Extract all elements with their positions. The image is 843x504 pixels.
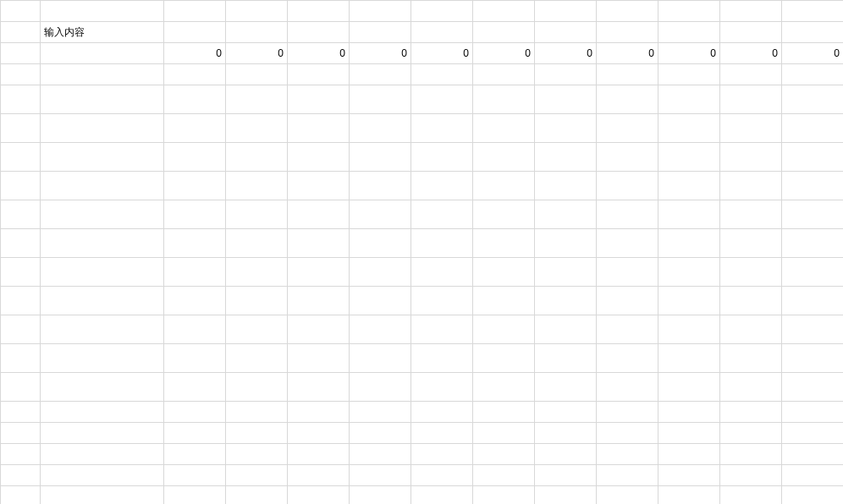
spreadsheet-cell[interactable] (226, 258, 288, 287)
spreadsheet-cell[interactable] (164, 486, 226, 505)
spreadsheet-cell[interactable] (720, 486, 782, 505)
spreadsheet-cell[interactable] (782, 22, 844, 43)
spreadsheet-cell[interactable] (720, 373, 782, 402)
spreadsheet-cell[interactable] (720, 229, 782, 258)
spreadsheet-cell[interactable] (411, 22, 473, 43)
spreadsheet-cell[interactable] (226, 22, 288, 43)
spreadsheet-cell[interactable] (535, 22, 597, 43)
spreadsheet-cell[interactable]: 输入内容 (41, 22, 164, 43)
spreadsheet-cell[interactable] (473, 423, 535, 444)
spreadsheet-cell[interactable] (350, 114, 411, 143)
spreadsheet-cell[interactable] (1, 287, 41, 315)
spreadsheet-cell[interactable] (473, 200, 535, 229)
spreadsheet-cell[interactable] (473, 64, 535, 85)
spreadsheet-cell[interactable] (782, 258, 844, 287)
spreadsheet-cell[interactable] (1, 200, 41, 229)
spreadsheet-cell[interactable] (597, 444, 658, 465)
spreadsheet-cell[interactable] (288, 444, 350, 465)
spreadsheet-cell[interactable] (41, 465, 164, 486)
spreadsheet-cell[interactable] (473, 258, 535, 287)
spreadsheet-cell[interactable] (535, 402, 597, 423)
spreadsheet-cell[interactable] (288, 85, 350, 114)
spreadsheet-cell[interactable] (720, 287, 782, 315)
spreadsheet-cell[interactable]: 0 (226, 43, 288, 64)
spreadsheet-cell[interactable] (720, 200, 782, 229)
spreadsheet-cell[interactable] (350, 200, 411, 229)
spreadsheet-cell[interactable] (782, 444, 844, 465)
spreadsheet-cell[interactable] (597, 200, 658, 229)
spreadsheet-cell[interactable] (597, 64, 658, 85)
spreadsheet-cell[interactable] (411, 444, 473, 465)
spreadsheet-cell[interactable] (473, 373, 535, 402)
spreadsheet-cell[interactable] (658, 423, 720, 444)
spreadsheet-cell[interactable] (658, 229, 720, 258)
spreadsheet-cell[interactable] (658, 200, 720, 229)
spreadsheet-cell[interactable] (782, 64, 844, 85)
spreadsheet-cell[interactable] (288, 423, 350, 444)
spreadsheet-cell[interactable] (41, 172, 164, 200)
spreadsheet-cell[interactable] (164, 229, 226, 258)
spreadsheet-cell[interactable]: 0 (350, 43, 411, 64)
spreadsheet-cell[interactable] (164, 315, 226, 344)
spreadsheet-cell[interactable] (288, 344, 350, 373)
spreadsheet-grid[interactable]: 输入内容00000000000 (0, 0, 843, 504)
spreadsheet-cell[interactable] (164, 64, 226, 85)
spreadsheet-cell[interactable] (658, 373, 720, 402)
spreadsheet-cell[interactable] (658, 143, 720, 172)
spreadsheet-cell[interactable] (720, 402, 782, 423)
spreadsheet-cell[interactable] (288, 200, 350, 229)
spreadsheet-cell[interactable] (164, 402, 226, 423)
spreadsheet-cell[interactable]: 0 (535, 43, 597, 64)
spreadsheet-cell[interactable] (1, 114, 41, 143)
spreadsheet-cell[interactable] (350, 373, 411, 402)
spreadsheet-cell[interactable] (411, 373, 473, 402)
spreadsheet-cell[interactable] (41, 344, 164, 373)
spreadsheet-cell[interactable] (164, 373, 226, 402)
spreadsheet-cell[interactable] (535, 444, 597, 465)
spreadsheet-cell[interactable] (1, 22, 41, 43)
spreadsheet-cell[interactable] (1, 172, 41, 200)
spreadsheet-cell[interactable] (1, 258, 41, 287)
spreadsheet-cell[interactable] (350, 423, 411, 444)
spreadsheet-cell[interactable] (535, 287, 597, 315)
spreadsheet-cell[interactable] (473, 114, 535, 143)
spreadsheet-cell[interactable] (658, 444, 720, 465)
spreadsheet-cell[interactable] (411, 172, 473, 200)
spreadsheet-cell[interactable] (782, 287, 844, 315)
spreadsheet-cell[interactable] (41, 200, 164, 229)
spreadsheet-cell[interactable] (535, 258, 597, 287)
spreadsheet-cell[interactable] (164, 423, 226, 444)
spreadsheet-cell[interactable] (658, 465, 720, 486)
spreadsheet-cell[interactable] (535, 64, 597, 85)
spreadsheet-cell[interactable] (473, 344, 535, 373)
spreadsheet-cell[interactable] (473, 229, 535, 258)
spreadsheet-cell[interactable] (597, 287, 658, 315)
spreadsheet-cell[interactable] (782, 114, 844, 143)
spreadsheet-cell[interactable] (473, 85, 535, 114)
spreadsheet-cell[interactable] (226, 64, 288, 85)
spreadsheet-cell[interactable] (658, 315, 720, 344)
spreadsheet-cell[interactable] (41, 444, 164, 465)
spreadsheet-cell[interactable] (782, 172, 844, 200)
spreadsheet-cell[interactable] (597, 344, 658, 373)
spreadsheet-cell[interactable] (164, 85, 226, 114)
spreadsheet-cell[interactable] (226, 315, 288, 344)
spreadsheet-cell[interactable] (535, 486, 597, 505)
spreadsheet-cell[interactable] (597, 373, 658, 402)
spreadsheet-cell[interactable] (782, 315, 844, 344)
spreadsheet-cell[interactable] (164, 444, 226, 465)
spreadsheet-cell[interactable] (1, 315, 41, 344)
spreadsheet-cell[interactable] (597, 114, 658, 143)
spreadsheet-cell[interactable] (350, 486, 411, 505)
spreadsheet-cell[interactable] (288, 143, 350, 172)
spreadsheet-cell[interactable] (288, 486, 350, 505)
spreadsheet-cell[interactable] (411, 315, 473, 344)
spreadsheet-cell[interactable] (350, 344, 411, 373)
spreadsheet-cell[interactable] (411, 465, 473, 486)
spreadsheet-cell[interactable] (288, 315, 350, 344)
spreadsheet-cell[interactable] (164, 172, 226, 200)
spreadsheet-cell[interactable] (720, 1, 782, 22)
spreadsheet-cell[interactable] (164, 143, 226, 172)
spreadsheet-cell[interactable] (473, 172, 535, 200)
spreadsheet-cell[interactable] (41, 114, 164, 143)
